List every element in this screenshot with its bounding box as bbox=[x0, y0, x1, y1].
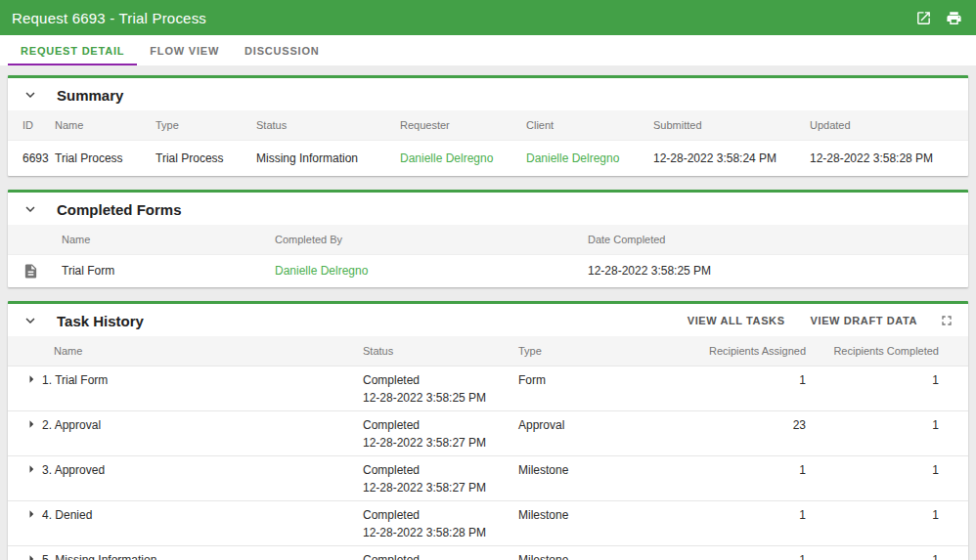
task-status-date: 12-28-2022 3:58:27 PM bbox=[363, 481, 507, 495]
expand-row-arrow-right-icon[interactable] bbox=[22, 415, 40, 433]
collapse-task-history-chevron-down-icon[interactable] bbox=[22, 312, 39, 329]
task-row: 1. Trial Form Completed12-28-2022 3:58:2… bbox=[8, 366, 968, 410]
expand-row-arrow-right-icon[interactable] bbox=[22, 550, 40, 560]
submitted-timestamp: 12-28-2022 3:58:24 PM bbox=[647, 140, 804, 176]
task-type: Milestone bbox=[512, 455, 665, 500]
tab-flow-view[interactable]: Flow View bbox=[137, 35, 232, 65]
page-title: Request 6693 - Trial Process bbox=[12, 10, 206, 26]
fullscreen-icon[interactable] bbox=[939, 313, 954, 328]
summary-card: Summary ID Name Type Status Requester Cl… bbox=[8, 75, 968, 176]
recipients-completed: 1 bbox=[812, 500, 968, 545]
col-name: Name bbox=[49, 110, 150, 140]
expand-row-arrow-right-icon[interactable] bbox=[22, 460, 40, 478]
completed-forms-table: Name Completed By Date Completed Trial F… bbox=[8, 225, 968, 287]
task-status: Completed bbox=[363, 553, 507, 560]
request-name: Trial Process bbox=[49, 140, 150, 176]
request-status: Missing Information bbox=[250, 140, 394, 176]
summary-table: ID Name Type Status Requester Client Sub… bbox=[8, 110, 968, 176]
completed-by-link[interactable]: Danielle Delregno bbox=[269, 254, 582, 287]
document-icon bbox=[8, 254, 56, 287]
expand-row-arrow-right-icon[interactable] bbox=[22, 370, 40, 388]
collapse-summary-chevron-down-icon[interactable] bbox=[22, 86, 39, 104]
task-row: 2. Approval Completed12-28-2022 3:58:27 … bbox=[8, 410, 968, 455]
print-icon[interactable] bbox=[946, 10, 962, 26]
recipients-assigned: 1 bbox=[665, 545, 812, 560]
task-status: Completed bbox=[363, 508, 507, 522]
task-type: Form bbox=[512, 366, 665, 410]
col-type: Type bbox=[150, 110, 250, 140]
task-name[interactable]: 3. Approved bbox=[42, 463, 105, 477]
col-recipients-assigned: Recipients Assigned bbox=[665, 336, 812, 366]
task-status: Completed bbox=[363, 373, 507, 387]
recipients-assigned: 1 bbox=[665, 455, 812, 500]
task-history-card: Task History View All Tasks View Draft D… bbox=[8, 301, 968, 560]
task-history-title: Task History bbox=[57, 313, 144, 329]
col-task-type: Type bbox=[512, 336, 665, 366]
recipients-completed: 1 bbox=[812, 366, 968, 410]
summary-row: 6693 Trial Process Trial Process Missing… bbox=[8, 140, 968, 176]
task-status-date: 12-28-2022 3:58:27 PM bbox=[363, 436, 507, 450]
col-id: ID bbox=[8, 110, 49, 140]
completed-forms-title: Completed Forms bbox=[57, 201, 182, 218]
recipients-assigned: 23 bbox=[665, 410, 812, 455]
tab-bar: Request Detail Flow View Discussion bbox=[0, 35, 976, 65]
completed-forms-header-row: Name Completed By Date Completed bbox=[8, 225, 968, 254]
request-type: Trial Process bbox=[150, 140, 250, 176]
view-draft-data-button[interactable]: View Draft Data bbox=[811, 315, 917, 326]
recipients-completed: 1 bbox=[812, 455, 968, 500]
summary-title: Summary bbox=[57, 87, 123, 104]
col-completed-by: Completed By bbox=[269, 225, 582, 254]
collapse-completed-forms-chevron-down-icon[interactable] bbox=[22, 200, 39, 218]
updated-timestamp: 12-28-2022 3:58:28 PM bbox=[804, 140, 968, 176]
col-requester: Requester bbox=[394, 110, 520, 140]
col-form-name: Name bbox=[56, 225, 269, 254]
requester-link[interactable]: Danielle Delregno bbox=[394, 140, 520, 176]
col-submitted: Submitted bbox=[647, 110, 804, 140]
request-id: 6693 bbox=[8, 140, 49, 176]
task-status-date: 12-28-2022 3:58:25 PM bbox=[363, 391, 507, 405]
open-in-new-icon[interactable] bbox=[915, 10, 932, 26]
task-status-date: 12-28-2022 3:58:28 PM bbox=[363, 526, 507, 539]
task-name[interactable]: 2. Approval bbox=[42, 418, 101, 432]
col-date-completed: Date Completed bbox=[582, 225, 968, 254]
task-row: 4. Denied Completed12-28-2022 3:58:28 PM… bbox=[8, 500, 968, 545]
col-recipients-completed: Recipients Completed bbox=[812, 336, 968, 366]
task-status: Completed bbox=[363, 463, 507, 477]
recipients-assigned: 1 bbox=[665, 500, 812, 545]
col-task-name: Name bbox=[8, 336, 357, 366]
col-form-icon bbox=[8, 225, 56, 254]
content-area: Summary ID Name Type Status Requester Cl… bbox=[0, 65, 976, 560]
task-row: 5. Missing Information Completed12-28-20… bbox=[8, 545, 968, 560]
task-row: 3. Approved Completed12-28-2022 3:58:27 … bbox=[8, 455, 968, 500]
col-status: Status bbox=[250, 110, 394, 140]
completed-forms-card: Completed Forms Name Completed By Date C… bbox=[8, 190, 968, 287]
task-name[interactable]: 1. Trial Form bbox=[42, 373, 108, 387]
tab-discussion[interactable]: Discussion bbox=[232, 35, 332, 65]
date-completed: 12-28-2022 3:58:25 PM bbox=[582, 254, 968, 287]
task-type: Approval bbox=[512, 410, 665, 455]
tab-request-detail[interactable]: Request Detail bbox=[8, 35, 137, 65]
recipients-assigned: 1 bbox=[665, 366, 812, 410]
task-type: Milestone bbox=[512, 500, 665, 545]
task-name[interactable]: 4. Denied bbox=[42, 508, 92, 522]
view-all-tasks-button[interactable]: View All Tasks bbox=[688, 315, 785, 326]
col-client: Client bbox=[520, 110, 647, 140]
task-type: Milestone bbox=[512, 545, 665, 560]
app-bar: Request 6693 - Trial Process bbox=[0, 0, 976, 35]
client-link[interactable]: Danielle Delregno bbox=[520, 140, 647, 176]
expand-row-arrow-right-icon[interactable] bbox=[22, 505, 40, 523]
task-status: Completed bbox=[363, 418, 507, 432]
summary-header-row: ID Name Type Status Requester Client Sub… bbox=[8, 110, 968, 140]
task-name[interactable]: 5. Missing Information bbox=[42, 553, 156, 560]
recipients-completed: 1 bbox=[812, 410, 968, 455]
recipients-completed: 1 bbox=[812, 545, 968, 560]
task-history-table: Name Status Type Recipients Assigned Rec… bbox=[8, 336, 968, 560]
col-task-status: Status bbox=[357, 336, 512, 366]
col-updated: Updated bbox=[804, 110, 968, 140]
task-history-header-row: Name Status Type Recipients Assigned Rec… bbox=[8, 336, 968, 366]
completed-form-row: Trial Form Danielle Delregno 12-28-2022 … bbox=[8, 254, 968, 287]
form-name[interactable]: Trial Form bbox=[56, 254, 269, 287]
